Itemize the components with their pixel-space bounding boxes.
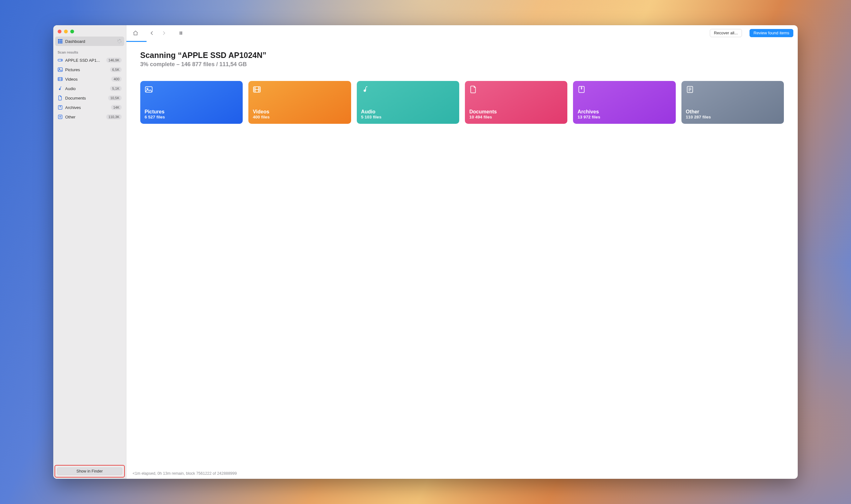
card-subtitle: 10 494 files — [469, 115, 563, 120]
toolbar: Recover all... Review found items — [126, 25, 798, 41]
recover-all-button[interactable]: Recover all... — [710, 29, 742, 37]
sidebar-item-label: Videos — [65, 77, 109, 82]
svg-rect-12 — [120, 41, 122, 41]
card-pictures[interactable]: Pictures 6 527 files — [140, 81, 243, 124]
card-subtitle: 400 files — [253, 115, 347, 120]
minimize-window-button[interactable] — [64, 30, 68, 33]
svg-rect-14 — [120, 42, 121, 43]
count-badge: 14K — [111, 105, 122, 110]
card-title: Archives — [578, 109, 671, 115]
page-subtitle: 3% complete – 146 877 files / 111,54 GB — [140, 61, 784, 68]
card-videos[interactable]: Videos 400 files — [248, 81, 351, 124]
review-found-items-button[interactable]: Review found items — [749, 29, 793, 37]
svg-rect-16 — [118, 42, 119, 43]
svg-rect-6 — [58, 42, 59, 43]
svg-rect-5 — [61, 41, 63, 42]
svg-point-20 — [59, 69, 60, 70]
card-documents[interactable]: Documents 10 494 files — [465, 81, 567, 124]
back-button[interactable] — [147, 28, 157, 38]
count-badge: 146,9K — [106, 58, 122, 63]
card-title: Documents — [469, 109, 563, 115]
card-subtitle: 110 287 files — [686, 115, 779, 120]
sidebar-item-documents[interactable]: Documents 10,5K — [55, 93, 124, 103]
maximize-window-button[interactable] — [70, 30, 74, 33]
sidebar-section-title: Scan results — [53, 46, 126, 55]
grid-icon — [58, 39, 63, 44]
sidebar-item-label: APPLE SSD AP1... — [65, 58, 104, 63]
svg-rect-3 — [58, 41, 59, 42]
card-title: Other — [686, 109, 779, 115]
status-line: <1m elapsed, 0h 13m remain, block 756122… — [126, 468, 798, 479]
card-title: Videos — [253, 109, 347, 115]
svg-rect-24 — [180, 31, 181, 35]
app-window: Dashboard Scan results APPLE SSD AP1... … — [53, 25, 798, 479]
svg-point-18 — [61, 60, 62, 60]
card-other[interactable]: Other 110 287 files — [681, 81, 784, 124]
loading-spinner-icon — [117, 39, 122, 43]
archive-icon — [58, 105, 63, 110]
sidebar-item-drive[interactable]: APPLE SSD AP1... 146,9K — [55, 55, 124, 65]
close-window-button[interactable] — [58, 30, 61, 33]
category-cards: Pictures 6 527 files Videos 400 files Au… — [140, 81, 784, 124]
sidebar-item-dashboard[interactable]: Dashboard — [55, 37, 124, 46]
video-icon — [58, 76, 63, 82]
button-label: Recover all... — [714, 31, 738, 35]
svg-rect-11 — [117, 41, 119, 41]
picture-icon — [58, 67, 63, 72]
forward-button[interactable] — [159, 28, 169, 38]
other-icon — [686, 85, 694, 95]
show-in-finder-button[interactable]: Show in Finder — [57, 467, 122, 475]
card-subtitle: 6 527 files — [145, 115, 238, 120]
count-badge: 110,3K — [106, 114, 122, 120]
sidebar-item-label: Audio — [65, 86, 107, 91]
sidebar-item-label: Documents — [65, 96, 106, 101]
card-archives[interactable]: Archives 13 972 files — [573, 81, 675, 124]
count-badge: 10,5K — [108, 95, 122, 101]
sidebar-item-archives[interactable]: Archives 14K — [55, 103, 124, 112]
svg-rect-23 — [58, 115, 62, 119]
sidebar-item-other[interactable]: Other 110,3K — [55, 112, 124, 122]
sidebar-item-label: Dashboard — [65, 39, 115, 44]
video-icon — [253, 85, 261, 95]
content: Scanning “APPLE SSD AP1024N” 3% complete… — [126, 42, 798, 468]
count-badge: 5,1K — [110, 86, 122, 91]
count-badge: 400 — [111, 76, 121, 82]
card-title: Audio — [361, 109, 455, 115]
sidebar-item-pictures[interactable]: Pictures 6,5K — [55, 65, 124, 74]
sidebar-item-videos[interactable]: Videos 400 — [55, 74, 124, 84]
sidebar-item-label: Archives — [65, 105, 108, 110]
window-controls — [53, 25, 126, 37]
sidebar-item-label: Pictures — [65, 67, 107, 72]
svg-rect-10 — [119, 42, 120, 44]
button-label: Show in Finder — [76, 469, 103, 473]
drive-icon — [58, 58, 63, 63]
svg-rect-0 — [58, 39, 59, 40]
document-icon — [58, 95, 63, 101]
scan-progress-bar — [126, 41, 798, 42]
button-label: Review found items — [754, 31, 789, 35]
sidebar-item-label: Other — [65, 115, 104, 120]
pause-button[interactable] — [176, 28, 185, 38]
svg-rect-13 — [118, 40, 119, 41]
home-button[interactable] — [131, 28, 140, 38]
svg-rect-7 — [59, 42, 61, 43]
card-subtitle: 5 103 files — [361, 115, 455, 120]
picture-icon — [145, 85, 153, 95]
sidebar-item-audio[interactable]: Audio 5,1K — [55, 84, 124, 93]
page-title: Scanning “APPLE SSD AP1024N” — [140, 51, 784, 60]
svg-rect-2 — [61, 39, 63, 40]
svg-rect-8 — [61, 42, 63, 43]
card-audio[interactable]: Audio 5 103 files — [357, 81, 459, 124]
archive-icon — [578, 85, 586, 95]
main-area: Recover all... Review found items Scanni… — [126, 25, 798, 479]
svg-rect-9 — [119, 39, 120, 40]
svg-rect-25 — [181, 31, 182, 35]
card-subtitle: 13 972 files — [578, 115, 671, 120]
svg-rect-1 — [59, 39, 61, 40]
svg-rect-15 — [120, 39, 121, 40]
card-title: Pictures — [145, 109, 238, 115]
svg-rect-26 — [145, 87, 152, 92]
audio-icon — [361, 85, 369, 95]
count-badge: 6,5K — [110, 67, 122, 72]
sidebar: Dashboard Scan results APPLE SSD AP1... … — [53, 25, 126, 479]
